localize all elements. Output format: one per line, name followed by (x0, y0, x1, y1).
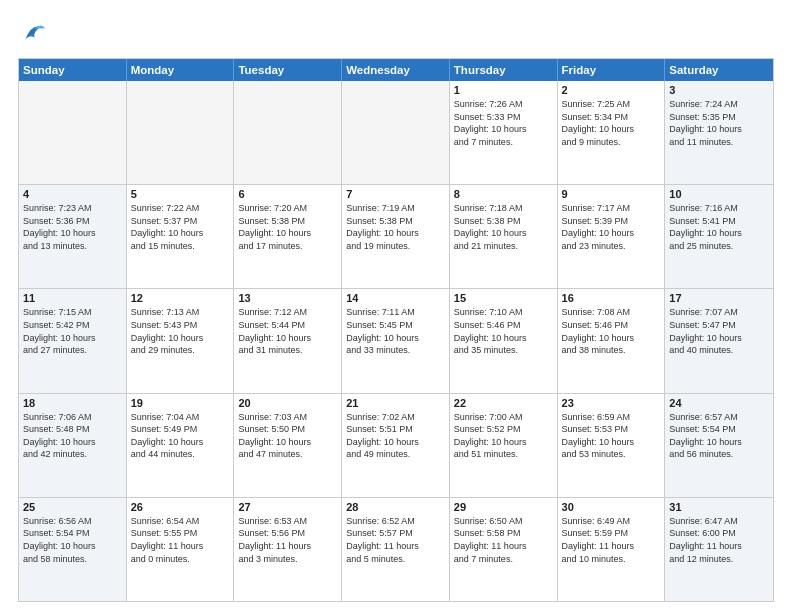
day-number: 12 (131, 292, 230, 304)
day-info: Sunrise: 7:23 AM Sunset: 5:36 PM Dayligh… (23, 202, 122, 252)
calendar-row: 1Sunrise: 7:26 AM Sunset: 5:33 PM Daylig… (19, 81, 773, 185)
day-number: 16 (562, 292, 661, 304)
day-number: 27 (238, 501, 337, 513)
calendar-cell: 22Sunrise: 7:00 AM Sunset: 5:52 PM Dayli… (450, 394, 558, 497)
calendar-cell: 21Sunrise: 7:02 AM Sunset: 5:51 PM Dayli… (342, 394, 450, 497)
day-info: Sunrise: 7:00 AM Sunset: 5:52 PM Dayligh… (454, 411, 553, 461)
logo (18, 18, 52, 48)
day-info: Sunrise: 6:54 AM Sunset: 5:55 PM Dayligh… (131, 515, 230, 565)
day-info: Sunrise: 7:13 AM Sunset: 5:43 PM Dayligh… (131, 306, 230, 356)
calendar-cell: 11Sunrise: 7:15 AM Sunset: 5:42 PM Dayli… (19, 289, 127, 392)
day-info: Sunrise: 7:02 AM Sunset: 5:51 PM Dayligh… (346, 411, 445, 461)
calendar-cell: 9Sunrise: 7:17 AM Sunset: 5:39 PM Daylig… (558, 185, 666, 288)
calendar-cell: 16Sunrise: 7:08 AM Sunset: 5:46 PM Dayli… (558, 289, 666, 392)
weekday-header: Wednesday (342, 59, 450, 81)
calendar-cell: 15Sunrise: 7:10 AM Sunset: 5:46 PM Dayli… (450, 289, 558, 392)
day-number: 17 (669, 292, 769, 304)
day-info: Sunrise: 7:03 AM Sunset: 5:50 PM Dayligh… (238, 411, 337, 461)
day-number: 31 (669, 501, 769, 513)
day-number: 1 (454, 84, 553, 96)
day-number: 26 (131, 501, 230, 513)
day-info: Sunrise: 7:06 AM Sunset: 5:48 PM Dayligh… (23, 411, 122, 461)
day-number: 22 (454, 397, 553, 409)
day-info: Sunrise: 7:19 AM Sunset: 5:38 PM Dayligh… (346, 202, 445, 252)
day-info: Sunrise: 7:15 AM Sunset: 5:42 PM Dayligh… (23, 306, 122, 356)
day-number: 18 (23, 397, 122, 409)
day-number: 23 (562, 397, 661, 409)
day-number: 14 (346, 292, 445, 304)
day-number: 24 (669, 397, 769, 409)
day-info: Sunrise: 7:16 AM Sunset: 5:41 PM Dayligh… (669, 202, 769, 252)
day-number: 8 (454, 188, 553, 200)
calendar-cell: 24Sunrise: 6:57 AM Sunset: 5:54 PM Dayli… (665, 394, 773, 497)
day-info: Sunrise: 6:47 AM Sunset: 6:00 PM Dayligh… (669, 515, 769, 565)
weekday-header: Tuesday (234, 59, 342, 81)
day-number: 2 (562, 84, 661, 96)
calendar-cell: 10Sunrise: 7:16 AM Sunset: 5:41 PM Dayli… (665, 185, 773, 288)
day-number: 13 (238, 292, 337, 304)
day-info: Sunrise: 6:49 AM Sunset: 5:59 PM Dayligh… (562, 515, 661, 565)
page: SundayMondayTuesdayWednesdayThursdayFrid… (0, 0, 792, 612)
calendar-row: 11Sunrise: 7:15 AM Sunset: 5:42 PM Dayli… (19, 289, 773, 393)
calendar-header: SundayMondayTuesdayWednesdayThursdayFrid… (19, 59, 773, 81)
day-info: Sunrise: 7:11 AM Sunset: 5:45 PM Dayligh… (346, 306, 445, 356)
day-info: Sunrise: 6:53 AM Sunset: 5:56 PM Dayligh… (238, 515, 337, 565)
calendar-cell: 2Sunrise: 7:25 AM Sunset: 5:34 PM Daylig… (558, 81, 666, 184)
day-number: 15 (454, 292, 553, 304)
day-number: 30 (562, 501, 661, 513)
calendar-cell: 30Sunrise: 6:49 AM Sunset: 5:59 PM Dayli… (558, 498, 666, 601)
day-info: Sunrise: 7:25 AM Sunset: 5:34 PM Dayligh… (562, 98, 661, 148)
calendar-cell (234, 81, 342, 184)
calendar-cell: 28Sunrise: 6:52 AM Sunset: 5:57 PM Dayli… (342, 498, 450, 601)
day-number: 11 (23, 292, 122, 304)
weekday-header: Thursday (450, 59, 558, 81)
day-number: 25 (23, 501, 122, 513)
weekday-header: Friday (558, 59, 666, 81)
calendar-cell: 29Sunrise: 6:50 AM Sunset: 5:58 PM Dayli… (450, 498, 558, 601)
calendar-cell: 7Sunrise: 7:19 AM Sunset: 5:38 PM Daylig… (342, 185, 450, 288)
calendar-cell: 19Sunrise: 7:04 AM Sunset: 5:49 PM Dayli… (127, 394, 235, 497)
day-number: 7 (346, 188, 445, 200)
day-number: 21 (346, 397, 445, 409)
calendar-cell (342, 81, 450, 184)
day-number: 5 (131, 188, 230, 200)
weekday-header: Sunday (19, 59, 127, 81)
calendar-cell: 18Sunrise: 7:06 AM Sunset: 5:48 PM Dayli… (19, 394, 127, 497)
calendar-row: 25Sunrise: 6:56 AM Sunset: 5:54 PM Dayli… (19, 498, 773, 601)
calendar-cell: 20Sunrise: 7:03 AM Sunset: 5:50 PM Dayli… (234, 394, 342, 497)
day-info: Sunrise: 7:12 AM Sunset: 5:44 PM Dayligh… (238, 306, 337, 356)
day-number: 29 (454, 501, 553, 513)
day-number: 28 (346, 501, 445, 513)
day-info: Sunrise: 7:10 AM Sunset: 5:46 PM Dayligh… (454, 306, 553, 356)
logo-icon (18, 18, 48, 48)
day-number: 10 (669, 188, 769, 200)
calendar-cell: 31Sunrise: 6:47 AM Sunset: 6:00 PM Dayli… (665, 498, 773, 601)
calendar-cell: 4Sunrise: 7:23 AM Sunset: 5:36 PM Daylig… (19, 185, 127, 288)
calendar-row: 4Sunrise: 7:23 AM Sunset: 5:36 PM Daylig… (19, 185, 773, 289)
day-info: Sunrise: 6:57 AM Sunset: 5:54 PM Dayligh… (669, 411, 769, 461)
day-info: Sunrise: 7:26 AM Sunset: 5:33 PM Dayligh… (454, 98, 553, 148)
day-info: Sunrise: 7:20 AM Sunset: 5:38 PM Dayligh… (238, 202, 337, 252)
day-number: 6 (238, 188, 337, 200)
calendar: SundayMondayTuesdayWednesdayThursdayFrid… (18, 58, 774, 602)
calendar-cell: 8Sunrise: 7:18 AM Sunset: 5:38 PM Daylig… (450, 185, 558, 288)
day-number: 20 (238, 397, 337, 409)
calendar-cell (19, 81, 127, 184)
calendar-cell: 23Sunrise: 6:59 AM Sunset: 5:53 PM Dayli… (558, 394, 666, 497)
day-info: Sunrise: 6:56 AM Sunset: 5:54 PM Dayligh… (23, 515, 122, 565)
day-info: Sunrise: 7:24 AM Sunset: 5:35 PM Dayligh… (669, 98, 769, 148)
calendar-row: 18Sunrise: 7:06 AM Sunset: 5:48 PM Dayli… (19, 394, 773, 498)
header (18, 18, 774, 48)
calendar-cell: 25Sunrise: 6:56 AM Sunset: 5:54 PM Dayli… (19, 498, 127, 601)
calendar-cell (127, 81, 235, 184)
weekday-header: Monday (127, 59, 235, 81)
day-number: 4 (23, 188, 122, 200)
day-number: 9 (562, 188, 661, 200)
calendar-cell: 3Sunrise: 7:24 AM Sunset: 5:35 PM Daylig… (665, 81, 773, 184)
calendar-cell: 26Sunrise: 6:54 AM Sunset: 5:55 PM Dayli… (127, 498, 235, 601)
day-info: Sunrise: 7:17 AM Sunset: 5:39 PM Dayligh… (562, 202, 661, 252)
calendar-cell: 6Sunrise: 7:20 AM Sunset: 5:38 PM Daylig… (234, 185, 342, 288)
weekday-header: Saturday (665, 59, 773, 81)
calendar-cell: 12Sunrise: 7:13 AM Sunset: 5:43 PM Dayli… (127, 289, 235, 392)
day-info: Sunrise: 6:50 AM Sunset: 5:58 PM Dayligh… (454, 515, 553, 565)
